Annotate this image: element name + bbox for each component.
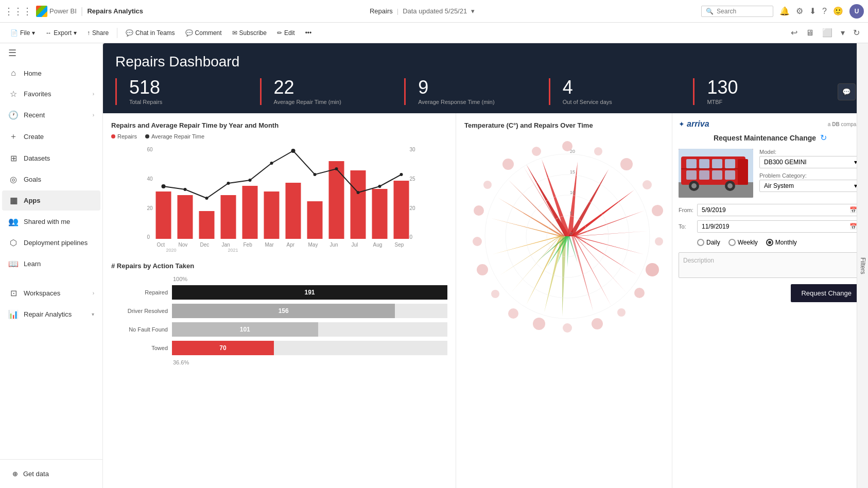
expand-icon[interactable]: ⬜ [820,26,835,40]
svg-text:2021: 2021 [228,248,238,252]
kpi-oos-value: 4 [563,78,681,97]
export-button[interactable]: ↔ Export ▾ [41,27,81,39]
svg-text:0: 0 [410,234,413,240]
chevron-icon[interactable]: ▾ [839,26,847,40]
chat-button[interactable]: 💬 Chat in Teams [121,27,179,39]
refresh-icon[interactable]: ↻ [851,26,862,40]
microsoft-logo[interactable]: Power BI [36,6,77,17]
daily-radio[interactable]: Daily [697,239,720,246]
svg-text:Feb: Feb [244,242,253,248]
sidebar-item-home[interactable]: ⌂ Home [2,63,100,83]
apps-icon: ▦ [8,196,19,205]
action-chart-section: # Repairs by Action Taken 100% Repaired … [111,262,447,367]
radial-chart-svg: 20 15 10 5 0 [464,133,670,339]
sidebar-item-favorites[interactable]: ☆ Favorites › [2,84,100,104]
action-row-repaired: Repaired 191 [111,285,447,300]
svg-rect-57 [725,159,735,168]
legend-avg-repair: Average Repair Time [145,133,204,140]
ms-logo-img [36,6,47,17]
bar-chart-svg: 60 40 20 0 30 25 20 0 [111,144,447,252]
to-date-input[interactable]: 11/9/2019 📅 [697,220,862,233]
toolbar-separator [117,28,117,38]
problem-select[interactable]: Air System ▾ [759,180,862,192]
bar-nov [178,195,193,239]
request-btn-row: Request Change [679,284,862,302]
action-bar-nofault: 101 [172,322,318,337]
sidebar-item-datasets[interactable]: ⊞ Datasets [2,148,100,168]
bar-may [307,201,323,239]
filters-label: Filters [859,257,866,274]
sidebar-menu-icon[interactable]: ☰ [4,44,21,62]
sidebar-item-workspaces[interactable]: ⊡ Workspaces › [2,283,100,303]
filters-panel[interactable]: Filters [857,43,868,488]
request-change-button[interactable]: Request Change [791,284,862,302]
kpi-avg-repair: 22 Average Repair Time (min) [260,78,405,105]
get-data-label: Get data [23,470,49,478]
svg-text:May: May [308,242,318,248]
chevron-down-icon[interactable]: ▾ [471,7,475,15]
undo-icon[interactable]: ↩ [789,26,800,40]
weekly-label: Weekly [738,239,758,246]
radial-chart-title: Temperature (C°) and Repairs Over Time [464,121,664,129]
comment-button[interactable]: 💬 Comment [181,27,226,39]
charts-row: Repairs and Average Repair Time by Year … [103,113,868,488]
search-input[interactable] [717,8,768,15]
help-icon[interactable]: ? [822,7,827,16]
feedback-icon[interactable]: 🙂 [833,6,843,16]
from-label: From: [679,207,693,213]
waffle-icon[interactable]: ⋮⋮⋮ [4,6,32,17]
maintenance-panel: ✦ arriva a DB company Request Maintenanc… [672,113,868,488]
dot-may [314,173,317,176]
datasets-icon: ⊞ [8,153,19,163]
from-date-input[interactable]: 5/9/2019 📅 [697,204,862,216]
sidebar-item-recent[interactable]: 🕐 Recent › [2,105,100,125]
from-calendar-icon[interactable]: 📅 [849,206,857,214]
svg-point-23 [594,147,602,155]
workspaces-expand-icon: › [93,290,94,296]
problem-value: Air System [764,182,794,189]
sidebar-item-learn[interactable]: 📖 Learn [2,254,100,274]
shared-icon: 👥 [8,217,19,226]
subscribe-button[interactable]: ✉ Subscribe [228,27,271,39]
svg-text:60: 60 [147,147,153,152]
get-data-button[interactable]: ⊕ Get data [6,466,96,482]
bus-image [679,149,753,198]
file-button[interactable]: 📄 File ▾ [6,27,39,39]
share-button[interactable]: ↑ Share [83,27,113,39]
teams-icon: 💬 [126,29,133,37]
sidebar-item-create[interactable]: ＋ Create [2,126,100,147]
view-icon[interactable]: 🖥 [804,26,816,40]
learn-icon: 📖 [8,259,19,269]
to-calendar-icon[interactable]: 📅 [849,223,857,230]
sidebar-item-apps[interactable]: ▦ Apps [2,190,100,211]
search-box[interactable]: 🔍 [701,6,773,17]
to-date-value: 11/9/2019 [702,223,729,230]
weekly-radio[interactable]: Weekly [728,239,758,246]
monthly-radio[interactable]: Monthly [766,239,797,246]
create-icon: ＋ [8,131,19,142]
notification-icon[interactable]: 🔔 [779,6,790,16]
get-data-icon: ⊕ [12,470,18,478]
model-select[interactable]: DB300 GEMINI ▾ [759,156,862,168]
download-icon[interactable]: ⬇ [809,6,816,16]
subscribe-label: Subscribe [239,29,267,37]
description-input[interactable]: Description [679,252,862,278]
action-bar-driver: 156 [172,304,395,318]
refresh-icon[interactable]: ↻ [820,133,827,143]
more-button[interactable]: ••• [301,27,316,39]
sidebar-item-goals[interactable]: ◎ Goals [2,169,100,189]
avatar[interactable]: U [849,4,864,19]
dot-jan [227,182,230,185]
sidebar-item-shared[interactable]: 👥 Shared with me [2,212,100,232]
goals-icon: ◎ [8,175,19,184]
settings-icon[interactable]: ⚙ [796,6,803,16]
kpi-comment-button[interactable]: 💬 [838,83,856,100]
kpi-avg-response: 9 Average Response Time (min) [404,78,549,105]
sidebar-item-deployment[interactable]: ⬡ Deployment pipelines [2,233,100,253]
edit-button[interactable]: ✏ Edit [273,27,299,39]
maint-title-row: Request Maintenance Change ↻ [679,133,862,143]
kpi-avg-repair-value: 22 [274,78,392,97]
dot-nov [184,188,187,191]
action-row-towed: Towed 70 [111,341,447,355]
sidebar-item-repair-analytics[interactable]: 📊 Repair Analytics ▾ [2,304,100,324]
